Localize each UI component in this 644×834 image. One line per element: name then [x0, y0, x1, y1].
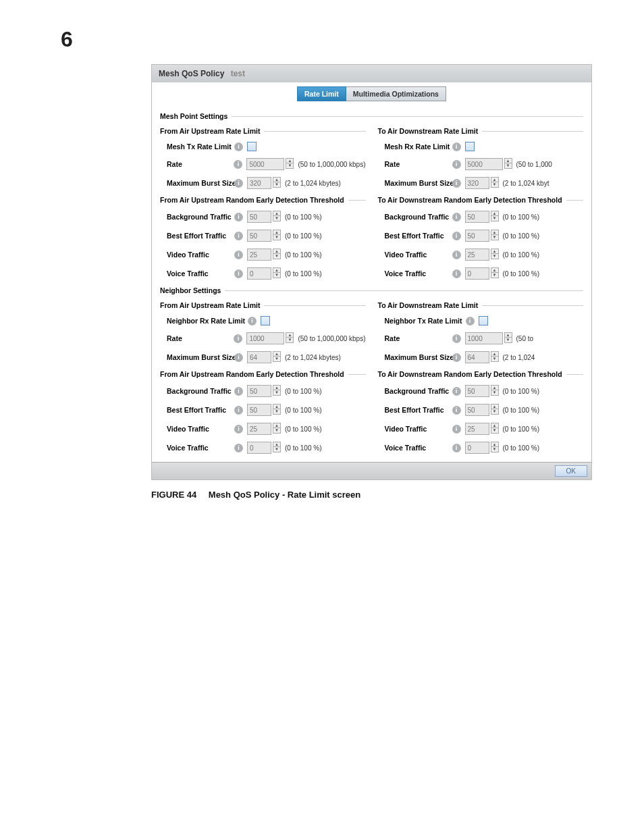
input-rate[interactable]	[246, 332, 284, 344]
spin-be[interactable]: ▲▼	[247, 230, 281, 242]
spin-down-icon[interactable]: ▼	[286, 163, 294, 169]
spin-up-icon[interactable]: ▲	[504, 158, 512, 163]
spin-down-icon[interactable]: ▼	[273, 182, 281, 188]
spin-down-icon[interactable]: ▼	[491, 254, 499, 259]
ok-button[interactable]: OK	[555, 465, 587, 477]
spin-up-icon[interactable]: ▲	[491, 177, 499, 182]
spin-down-icon[interactable]: ▼	[491, 390, 499, 396]
info-icon[interactable]: i	[466, 317, 475, 325]
input-voi[interactable]	[465, 442, 489, 454]
spin-down-icon[interactable]: ▼	[491, 357, 499, 362]
spin-up-icon[interactable]: ▲	[286, 332, 294, 338]
spin-down-icon[interactable]: ▼	[273, 409, 281, 415]
spin-rate[interactable]: ▲▼	[465, 332, 512, 344]
tab-multimedia[interactable]: Multimedia Optimizations	[346, 86, 446, 101]
spin-up-icon[interactable]: ▲	[273, 423, 281, 428]
input-voi[interactable]	[247, 442, 271, 454]
input-rate[interactable]	[465, 158, 503, 170]
spin-be[interactable]: ▲▼	[247, 404, 281, 416]
info-icon[interactable]: i	[248, 317, 257, 325]
spin-burst[interactable]: ▲▼	[465, 351, 499, 363]
spin-bg[interactable]: ▲▼	[247, 385, 281, 397]
spin-down-icon[interactable]: ▼	[273, 254, 281, 259]
info-icon[interactable]: i	[452, 334, 461, 343]
spin-voi[interactable]: ▲▼	[465, 442, 499, 454]
spin-up-icon[interactable]: ▲	[491, 423, 499, 428]
spin-down-icon[interactable]: ▼	[491, 273, 499, 278]
spin-up-icon[interactable]: ▲	[273, 351, 281, 357]
spin-up-icon[interactable]: ▲	[273, 211, 281, 216]
spin-down-icon[interactable]: ▼	[491, 182, 499, 188]
spin-up-icon[interactable]: ▲	[491, 385, 499, 390]
spin-rate[interactable]: ▲▼	[246, 332, 294, 344]
spin-up-icon[interactable]: ▲	[491, 230, 499, 235]
spin-burst[interactable]: ▲▼	[465, 177, 499, 189]
info-icon[interactable]: i	[452, 251, 461, 259]
spin-rate[interactable]: ▲▼	[246, 158, 294, 170]
spin-voi[interactable]: ▲▼	[247, 442, 281, 454]
info-icon[interactable]: i	[452, 179, 461, 188]
spin-up-icon[interactable]: ▲	[273, 230, 281, 235]
info-icon[interactable]: i	[234, 334, 242, 343]
spin-burst[interactable]: ▲▼	[247, 177, 281, 189]
spin-bg[interactable]: ▲▼	[247, 211, 281, 223]
spin-vid[interactable]: ▲▼	[247, 249, 281, 261]
spin-down-icon[interactable]: ▼	[273, 216, 281, 221]
input-burst[interactable]	[247, 351, 271, 363]
spin-down-icon[interactable]: ▼	[273, 390, 281, 396]
info-icon[interactable]: i	[234, 387, 243, 396]
spin-down-icon[interactable]: ▼	[273, 273, 281, 278]
info-icon[interactable]: i	[452, 269, 461, 278]
info-icon[interactable]: i	[234, 179, 243, 188]
spin-down-icon[interactable]: ▼	[273, 357, 281, 362]
spin-down-icon[interactable]: ▼	[491, 216, 499, 221]
input-vid[interactable]	[247, 423, 271, 435]
info-icon[interactable]: i	[234, 353, 243, 362]
input-bg[interactable]	[465, 385, 489, 397]
spin-down-icon[interactable]: ▼	[504, 163, 512, 169]
info-icon[interactable]: i	[234, 232, 243, 240]
spin-be[interactable]: ▲▼	[465, 230, 499, 242]
input-rate[interactable]	[465, 332, 503, 344]
spin-up-icon[interactable]: ▲	[273, 442, 281, 447]
input-bg[interactable]	[247, 211, 271, 223]
spin-down-icon[interactable]: ▼	[504, 338, 512, 343]
spin-down-icon[interactable]: ▼	[491, 447, 499, 452]
info-icon[interactable]: i	[452, 232, 461, 240]
info-icon[interactable]: i	[452, 160, 461, 169]
input-vid[interactable]	[465, 423, 489, 435]
spin-up-icon[interactable]: ▲	[273, 177, 281, 182]
spin-vid[interactable]: ▲▼	[465, 249, 499, 261]
input-bg[interactable]	[247, 385, 271, 397]
spin-down-icon[interactable]: ▼	[273, 235, 281, 240]
spin-bg[interactable]: ▲▼	[465, 385, 499, 397]
chk-mesh-rx[interactable]	[465, 142, 475, 151]
input-be[interactable]	[465, 404, 489, 416]
spin-up-icon[interactable]: ▲	[273, 385, 281, 390]
spin-up-icon[interactable]: ▲	[491, 211, 499, 216]
info-icon[interactable]: i	[452, 387, 461, 396]
spin-voi[interactable]: ▲▼	[247, 267, 281, 280]
chk-mesh-tx[interactable]	[247, 142, 257, 151]
spin-down-icon[interactable]: ▼	[491, 409, 499, 415]
spin-down-icon[interactable]: ▼	[491, 235, 499, 240]
input-be[interactable]	[247, 404, 271, 416]
input-vid[interactable]	[465, 249, 489, 261]
spin-up-icon[interactable]: ▲	[273, 249, 281, 254]
input-burst[interactable]	[247, 177, 271, 189]
input-rate[interactable]	[246, 158, 284, 170]
spin-burst[interactable]: ▲▼	[247, 351, 281, 363]
info-icon[interactable]: i	[234, 213, 243, 221]
input-burst[interactable]	[465, 177, 489, 189]
info-icon[interactable]: i	[452, 142, 461, 151]
spin-voi[interactable]: ▲▼	[465, 267, 499, 280]
input-bg[interactable]	[465, 211, 489, 223]
info-icon[interactable]: i	[234, 142, 243, 151]
input-be[interactable]	[247, 230, 271, 242]
info-icon[interactable]: i	[452, 213, 461, 221]
input-voi[interactable]	[465, 267, 489, 280]
info-icon[interactable]: i	[234, 425, 243, 434]
spin-rate[interactable]: ▲▼	[465, 158, 512, 170]
info-icon[interactable]: i	[452, 444, 461, 452]
tab-rate-limit[interactable]: Rate Limit	[297, 86, 346, 101]
